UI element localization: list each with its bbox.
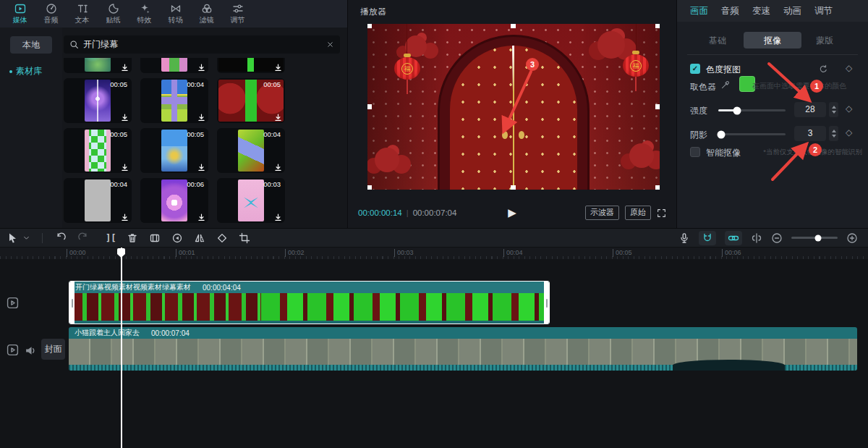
download-icon[interactable] (274, 114, 282, 122)
download-icon[interactable] (121, 64, 129, 72)
media-tab-audio[interactable]: 音频 (35, 3, 67, 24)
asset-card[interactable]: 00:04 (217, 128, 285, 173)
inspector-tab[interactable]: 变速 (752, 5, 770, 17)
download-icon[interactable] (197, 164, 205, 172)
select-tool-icon[interactable] (7, 232, 19, 244)
timeline-ruler[interactable]: 00:0000:0100:0200:0300:0400:0500:06 (0, 248, 868, 259)
download-icon[interactable] (274, 64, 282, 72)
video-track-icon[interactable] (7, 344, 19, 359)
keyframe-diamond-icon[interactable]: ◇ (846, 103, 852, 114)
linkage-icon[interactable] (725, 231, 742, 245)
selection-handle[interactable] (655, 24, 660, 28)
download-icon[interactable] (121, 164, 129, 172)
strength-stepper[interactable] (829, 102, 838, 117)
media-tab-filters[interactable]: 滤镜 (191, 3, 222, 24)
subtab-basic[interactable]: 基础 (709, 35, 726, 47)
zoom-in-icon[interactable] (846, 232, 858, 244)
asset-card[interactable]: 00:05 (217, 78, 285, 123)
record-voiceover-icon[interactable] (678, 232, 690, 244)
keyframe-diamond-icon[interactable]: ◇ (846, 127, 852, 138)
media-tab-sticker[interactable]: 贴纸 (98, 3, 129, 24)
video-track-icon[interactable] (7, 297, 19, 312)
undo-icon[interactable] (55, 232, 67, 244)
chevron-down-icon[interactable] (23, 234, 30, 241)
strength-value[interactable]: 28 (794, 102, 826, 117)
main-video-clip[interactable]: 小猫跟着主人回家去 00:00:07:04 (69, 327, 857, 371)
scope-button[interactable]: 示波器 (585, 206, 619, 220)
delete-icon[interactable] (127, 232, 138, 244)
asset-card[interactable]: 00:06 (140, 178, 208, 223)
media-tab-media[interactable]: 媒体 (4, 3, 35, 24)
play-button[interactable]: ▶ (508, 206, 516, 219)
strength-slider[interactable] (718, 109, 786, 111)
playhead-line[interactable] (121, 248, 122, 448)
main-track-magnet-icon[interactable] (699, 231, 716, 245)
cover-button[interactable]: 封面 (41, 339, 65, 360)
reverse-play-icon[interactable] (171, 232, 183, 244)
asset-card[interactable]: 00:04 (64, 178, 132, 223)
media-tab-adjust[interactable]: 调节 (222, 3, 253, 24)
inspector-tab[interactable]: 调节 (814, 5, 833, 17)
asset-card[interactable]: 00:05 (64, 78, 132, 123)
smart-matting-label: 智能抠像 (706, 147, 741, 159)
download-icon[interactable] (197, 114, 205, 122)
shadow-slider[interactable] (718, 133, 786, 135)
subtab-chroma-key[interactable]: 抠像 (764, 35, 781, 47)
download-icon[interactable] (274, 164, 282, 172)
shadow-value[interactable]: 3 (794, 126, 826, 141)
selection-handle[interactable] (655, 185, 660, 190)
selection-handle[interactable] (367, 24, 372, 28)
original-button[interactable]: 原始 (625, 206, 651, 220)
smart-matting-checkbox[interactable] (690, 147, 700, 157)
clip-trim-handle-left[interactable] (69, 282, 75, 324)
keyframe-diamond-icon[interactable]: ◇ (846, 63, 852, 73)
chroma-key-checkbox[interactable]: ✓ (690, 64, 700, 74)
search-input[interactable]: 开门绿幕 (64, 35, 340, 54)
download-icon[interactable] (121, 114, 129, 122)
download-icon[interactable] (121, 214, 129, 221)
crop-icon[interactable] (239, 232, 250, 244)
download-icon[interactable] (274, 214, 282, 221)
green-screen-clip[interactable]: 开门绿幕视频素材视频素材绿幕素材 00:00:04:04 (69, 281, 550, 324)
video-preview[interactable]: 福 福 (367, 24, 660, 190)
selection-handle[interactable] (511, 185, 516, 190)
subtab-mask[interactable]: 蒙版 (816, 35, 833, 47)
preview-axis-icon[interactable] (751, 232, 762, 244)
media-tab-text[interactable]: 文本 (67, 3, 98, 24)
asset-card[interactable] (217, 58, 285, 73)
clip-trim-handle-right[interactable] (544, 282, 549, 324)
asset-card[interactable]: 00:04 (140, 78, 208, 123)
fullscreen-icon[interactable] (657, 208, 666, 218)
mirror-icon[interactable] (194, 232, 205, 244)
freeze-frame-icon[interactable] (149, 232, 161, 244)
timeline-zoom-slider[interactable] (791, 237, 838, 239)
asset-card[interactable] (64, 58, 132, 73)
redo-icon[interactable] (77, 232, 89, 244)
selection-handle[interactable] (511, 24, 516, 28)
download-icon[interactable] (197, 214, 205, 221)
selection-handle[interactable] (655, 104, 660, 109)
shadow-stepper[interactable] (829, 126, 838, 141)
rotate-icon[interactable] (216, 232, 228, 244)
asset-card[interactable]: 00:05 (140, 128, 208, 173)
asset-thumbnail (161, 179, 187, 221)
selection-handle[interactable] (367, 104, 372, 109)
clear-search-icon[interactable] (326, 41, 334, 48)
asset-card[interactable] (140, 58, 208, 73)
reset-icon[interactable] (819, 64, 828, 77)
selection-handle[interactable] (367, 185, 372, 190)
inspector-tab[interactable]: 动画 (783, 5, 801, 17)
sidebar-item-material-library[interactable]: 素材库 (0, 65, 62, 77)
media-tab-effects[interactable]: 特效 (129, 3, 160, 24)
download-icon[interactable] (197, 64, 205, 72)
eyedropper-icon[interactable] (720, 80, 730, 93)
asset-card[interactable]: 00:05 (64, 128, 132, 173)
zoom-out-icon[interactable] (771, 232, 783, 244)
inspector-tab[interactable]: 音频 (721, 5, 739, 17)
sidebar-item-local[interactable]: 本地 (10, 36, 52, 54)
split-icon[interactable]: ][ (106, 233, 116, 243)
asset-card[interactable]: 00:03 (217, 178, 285, 223)
inspector-tab[interactable]: 画面 (690, 5, 708, 17)
speaker-icon[interactable] (25, 345, 37, 360)
media-tab-transitions[interactable]: 转场 (160, 3, 191, 24)
